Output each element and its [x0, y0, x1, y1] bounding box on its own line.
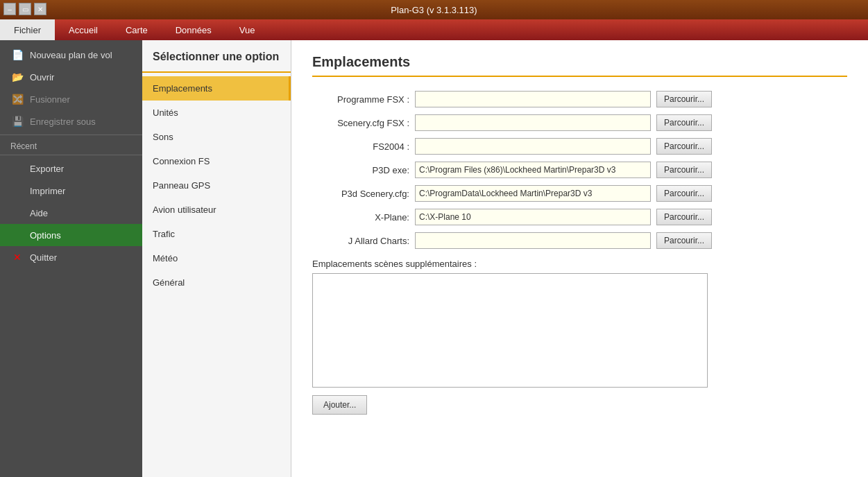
extra-scenes-textarea[interactable] [312, 273, 708, 388]
label-j-allard: J Allard Charts: [312, 236, 409, 246]
field-row-j-allard: J Allard Charts: Parcourir... [312, 232, 847, 249]
option-avion-utilisateur[interactable]: Avion utilisateur [142, 198, 291, 222]
field-row-x-plane: X-Plane: Parcourir... [312, 209, 847, 225]
sidebar-item-fusionner[interactable]: 🔀 Fusionner [0, 88, 142, 110]
option-meteo[interactable]: Météo [142, 246, 291, 270]
field-row-p3d-exe: P3D exe: Parcourir... [312, 162, 847, 178]
recent-label: Récent [0, 137, 142, 153]
sidebar-item-options[interactable]: Options [0, 224, 142, 246]
field-row-scenery-fsx: Scenery.cfg FSX : Parcourir... [312, 114, 847, 131]
browse-scenery-fsx[interactable]: Parcourir... [656, 114, 712, 131]
input-x-plane[interactable] [415, 209, 651, 225]
options-icon [10, 229, 24, 241]
input-p3d-scenery[interactable] [415, 185, 651, 202]
label-prog-fsx: Programme FSX : [312, 94, 409, 105]
input-p3d-exe[interactable] [415, 162, 651, 178]
sidebar-item-imprimer[interactable]: Imprimer [0, 180, 142, 202]
field-row-fs2004: FS2004 : Parcourir... [312, 138, 847, 155]
sidebar: 📄 Nouveau plan de vol 📂 Ouvrir 🔀 Fusionn… [0, 40, 142, 477]
label-p3d-scenery: P3d Scenery.cfg: [312, 189, 409, 199]
option-general[interactable]: Général [142, 270, 291, 295]
close-button[interactable]: ✕ [34, 3, 46, 15]
browse-x-plane[interactable]: Parcourir... [656, 209, 712, 225]
options-panel: Sélectionner une option Emplacements Uni… [142, 40, 291, 477]
sidebar-item-enregistrer[interactable]: 💾 Enregistrer sous [0, 110, 142, 132]
menu-donnees[interactable]: Données [162, 19, 225, 40]
label-p3d-exe: P3D exe: [312, 165, 409, 175]
input-prog-fsx[interactable] [415, 91, 651, 107]
browse-prog-fsx[interactable]: Parcourir... [656, 91, 712, 107]
document-icon: 📄 [10, 49, 24, 60]
export-icon [10, 163, 24, 174]
option-trafic[interactable]: Trafic [142, 222, 291, 246]
label-scenery-fsx: Scenery.cfg FSX : [312, 118, 409, 128]
input-j-allard[interactable] [415, 232, 651, 249]
option-emplacements[interactable]: Emplacements [142, 76, 291, 101]
browse-j-allard[interactable]: Parcourir... [656, 232, 712, 249]
add-button[interactable]: Ajouter... [312, 395, 367, 415]
sidebar-item-exporter[interactable]: Exporter [0, 157, 142, 180]
input-fs2004[interactable] [415, 138, 651, 155]
browse-fs2004[interactable]: Parcourir... [656, 138, 712, 155]
input-scenery-fsx[interactable] [415, 114, 651, 131]
field-row-prog-fsx: Programme FSX : Parcourir... [312, 91, 847, 107]
option-unites[interactable]: Unités [142, 101, 291, 125]
content-title: Emplacements [312, 54, 847, 77]
browse-p3d-scenery[interactable]: Parcourir... [656, 185, 712, 202]
merge-icon: 🔀 [10, 94, 24, 105]
label-fs2004: FS2004 : [312, 141, 409, 152]
menubar: Fichier Accueil Carte Données Vue [0, 19, 868, 40]
open-icon: 📂 [10, 71, 24, 83]
label-x-plane: X-Plane: [312, 212, 409, 223]
sidebar-item-nouveau[interactable]: 📄 Nouveau plan de vol [0, 44, 142, 66]
restore-button[interactable]: ▭ [19, 3, 31, 15]
browse-p3d-exe[interactable]: Parcourir... [656, 162, 712, 178]
sidebar-item-aide[interactable]: Aide [0, 202, 142, 224]
menu-vue[interactable]: Vue [225, 19, 269, 40]
save-icon: 💾 [10, 116, 24, 127]
minimize-button[interactable]: – [3, 3, 16, 15]
option-panneau-gps[interactable]: Panneau GPS [142, 173, 291, 198]
quit-icon: ✕ [10, 252, 24, 263]
content-area: Emplacements Programme FSX : Parcourir..… [291, 40, 868, 477]
options-panel-title: Sélectionner une option [142, 47, 291, 73]
option-connexion-fs[interactable]: Connexion FS [142, 149, 291, 173]
help-icon [10, 207, 24, 218]
print-icon [10, 185, 24, 196]
menu-fichier[interactable]: Fichier [0, 19, 55, 40]
menu-accueil[interactable]: Accueil [55, 19, 112, 40]
extra-section-label: Emplacements scènes supplémentaires : [312, 259, 847, 269]
window-title: Plan-G3 (v 3.1.3.113) [391, 5, 477, 15]
field-row-p3d-scenery: P3d Scenery.cfg: Parcourir... [312, 185, 847, 202]
sidebar-item-quitter[interactable]: ✕ Quitter [0, 246, 142, 268]
menu-carte[interactable]: Carte [112, 19, 162, 40]
option-sons[interactable]: Sons [142, 125, 291, 149]
sidebar-item-ouvrir[interactable]: 📂 Ouvrir [0, 66, 142, 88]
